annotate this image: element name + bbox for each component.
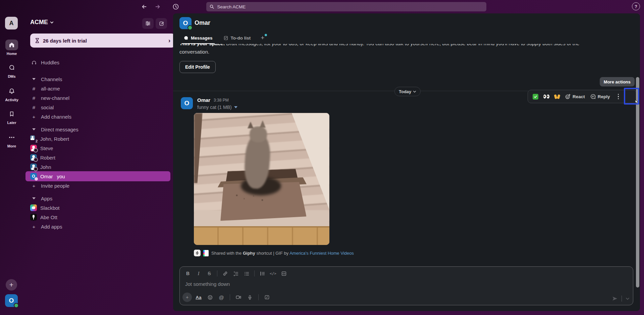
workspace-name-button[interactable]: ACME bbox=[30, 19, 54, 26]
tab-messages[interactable]: Messages bbox=[179, 33, 217, 43]
message-composer[interactable]: B I S </> bbox=[179, 266, 633, 305]
lightning-icon bbox=[195, 251, 199, 255]
tab-to-do-list[interactable]: To-do list bbox=[219, 33, 255, 43]
top-bar: ? bbox=[0, 0, 644, 13]
rail-item-later[interactable]: Later bbox=[0, 109, 23, 125]
workspace-switcher-button[interactable]: A bbox=[5, 17, 18, 29]
plus-icon: + bbox=[261, 34, 264, 41]
attach-button[interactable]: + bbox=[182, 293, 192, 302]
sidebar-invite-people[interactable]: + Invite people bbox=[25, 181, 170, 191]
more-actions-button[interactable] bbox=[618, 94, 619, 100]
sidebar-channel-new-channel[interactable]: # new-channel bbox=[25, 93, 170, 103]
rail-item-dms[interactable]: DMs bbox=[0, 62, 23, 78]
divider bbox=[217, 270, 217, 276]
date-pill[interactable]: Today bbox=[394, 87, 421, 96]
filter-button[interactable] bbox=[142, 18, 154, 29]
sidebar-dm-john[interactable]: John bbox=[25, 162, 170, 172]
sidebar-channel-all-acme[interactable]: # all-acme bbox=[25, 83, 170, 93]
message-timestamp[interactable]: 3:38 PM bbox=[214, 98, 229, 103]
microphone-icon bbox=[247, 295, 253, 300]
sidebar-app-abe-ott[interactable]: Abe Ott bbox=[25, 212, 170, 222]
trial-banner[interactable]: 26 days left in trial › bbox=[30, 34, 175, 48]
presence-active-icon bbox=[35, 177, 38, 181]
new-message-button[interactable] bbox=[156, 18, 167, 29]
send-button[interactable] bbox=[612, 296, 618, 302]
code-block-button[interactable] bbox=[279, 269, 288, 278]
white-check-mark-emoji-icon bbox=[533, 94, 538, 100]
strikethrough-button[interactable]: S bbox=[205, 269, 214, 278]
search-input[interactable] bbox=[217, 4, 483, 10]
scrollbar-thumb[interactable] bbox=[636, 77, 639, 288]
ordered-list-icon bbox=[233, 271, 239, 276]
rail-item-more[interactable]: More bbox=[0, 132, 23, 148]
sidebar-app-slackbot[interactable]: Slackbot bbox=[25, 203, 170, 213]
help-button[interactable]: ? bbox=[632, 2, 640, 10]
sidebar-add-channels[interactable]: + Add channels bbox=[25, 112, 170, 122]
audio-clip-button[interactable] bbox=[245, 293, 255, 302]
quick-react-raised-hands-button[interactable] bbox=[554, 94, 560, 99]
caption-link[interactable]: America's Funniest Home Videos bbox=[289, 251, 354, 256]
section-header-apps[interactable]: Apps bbox=[25, 193, 170, 203]
sidebar-dm-omar-self[interactable]: O Omar you bbox=[25, 171, 170, 181]
avatar-initial: O bbox=[184, 100, 190, 107]
slash-commands-button[interactable] bbox=[262, 293, 272, 302]
headphones-icon bbox=[30, 60, 38, 65]
conversation-title[interactable]: Omar bbox=[195, 19, 210, 26]
file-meta-label: funny cat (1 MB) bbox=[197, 105, 232, 110]
gif-attachment[interactable] bbox=[194, 113, 329, 245]
section-header-dms[interactable]: Direct messages bbox=[25, 124, 170, 134]
group-avatar: 2 bbox=[30, 135, 37, 142]
chat-bubble-icon bbox=[5, 62, 18, 73]
send-options-button[interactable] bbox=[626, 297, 630, 300]
link-button[interactable] bbox=[220, 269, 230, 278]
global-search[interactable] bbox=[206, 2, 486, 11]
sidebar-item-label: Add channels bbox=[41, 114, 71, 120]
history-back-button[interactable] bbox=[140, 3, 148, 11]
giphy-file-icon bbox=[203, 250, 209, 256]
ellipsis-icon bbox=[5, 132, 18, 143]
sidebar-dm-steve[interactable]: Steve bbox=[25, 143, 170, 153]
rail-item-activity[interactable]: Activity bbox=[0, 86, 23, 102]
sidebar-channel-social[interactable]: # social bbox=[25, 102, 170, 112]
quick-react-eyes-button[interactable] bbox=[543, 94, 549, 99]
bulleted-list-button[interactable] bbox=[242, 269, 251, 278]
plus-icon: + bbox=[9, 281, 13, 289]
message-input[interactable] bbox=[184, 281, 521, 287]
blockquote-button[interactable] bbox=[258, 269, 267, 278]
add-tab-button[interactable]: + bbox=[257, 34, 268, 42]
react-button[interactable]: React bbox=[565, 93, 585, 100]
emoji-button[interactable] bbox=[205, 293, 215, 302]
sidebar-item-label: Invite people bbox=[41, 183, 69, 189]
code-button[interactable]: </> bbox=[268, 269, 278, 278]
edit-profile-button[interactable]: Edit Profile bbox=[179, 61, 216, 73]
conversation-avatar[interactable]: O bbox=[179, 17, 192, 29]
bold-button[interactable]: B bbox=[183, 269, 193, 278]
video-clip-button[interactable] bbox=[234, 293, 243, 302]
mention-button[interactable]: @ bbox=[217, 293, 226, 302]
create-new-button[interactable]: + bbox=[6, 279, 17, 291]
message-author-avatar[interactable]: O bbox=[181, 97, 193, 109]
sidebar-dm-john-robert[interactable]: 2 John, Robert bbox=[25, 134, 170, 144]
presence-indicator bbox=[187, 25, 193, 30]
rail-item-home[interactable]: Home bbox=[0, 40, 23, 56]
user-avatar[interactable]: O bbox=[5, 294, 18, 307]
shortcut-chip[interactable] bbox=[194, 250, 201, 256]
arrow-left-icon bbox=[141, 4, 147, 10]
quick-react-check-button[interactable] bbox=[533, 94, 538, 100]
reply-button[interactable]: Reply bbox=[590, 93, 610, 100]
chevron-down-icon bbox=[626, 297, 630, 300]
message-actions-bar: React Reply bbox=[528, 90, 637, 103]
history-forward-button[interactable] bbox=[154, 3, 162, 11]
file-meta-toggle[interactable]: funny cat (1 MB) bbox=[197, 105, 237, 110]
show-formatting-button[interactable]: Aa bbox=[194, 293, 203, 302]
history-menu-button[interactable] bbox=[172, 3, 180, 11]
sidebar-add-apps[interactable]: + Add apps bbox=[25, 222, 170, 232]
section-header-channels[interactable]: Channels bbox=[25, 74, 170, 84]
send-zone bbox=[612, 296, 630, 302]
app-label: Abe Ott bbox=[40, 214, 57, 220]
sidebar-item-huddles[interactable]: Huddles bbox=[25, 57, 170, 67]
ordered-list-button[interactable] bbox=[231, 269, 240, 278]
italic-button[interactable]: I bbox=[194, 269, 203, 278]
sidebar-dm-robert[interactable]: Robert bbox=[25, 152, 170, 163]
message-author-name[interactable]: Omar bbox=[197, 97, 210, 103]
